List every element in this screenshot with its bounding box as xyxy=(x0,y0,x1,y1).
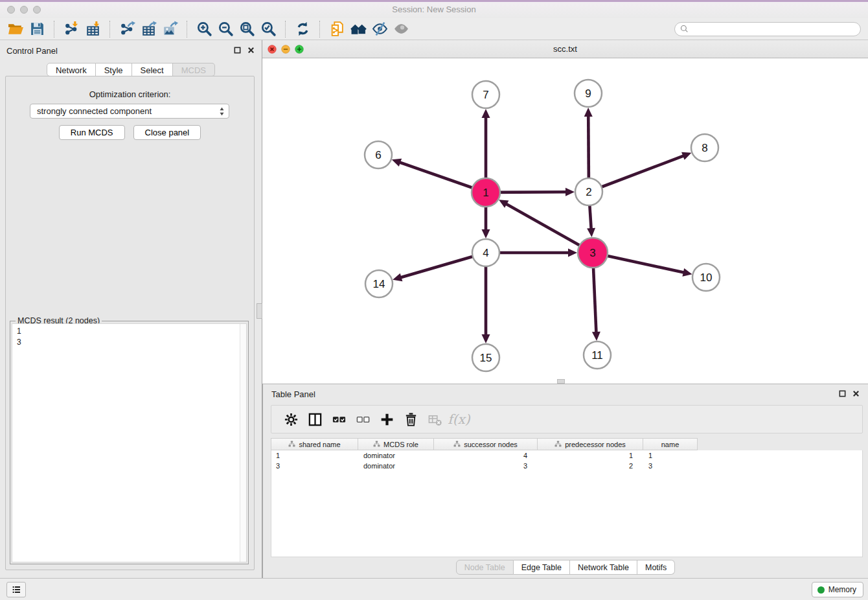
memory-status-icon xyxy=(817,586,825,594)
column-header-label: name xyxy=(661,441,680,448)
tab-edge-table[interactable]: Edge Table xyxy=(514,560,570,575)
run-mcds-button[interactable]: Run MCDS xyxy=(59,125,125,140)
network-canvas[interactable]: 7968124314101511 xyxy=(262,58,868,384)
tab-style[interactable]: Style xyxy=(96,63,132,76)
tab-select[interactable]: Select xyxy=(132,63,173,76)
delete-table-icon xyxy=(423,410,447,429)
table-toolbar: f(x) xyxy=(271,405,863,433)
close-panel-icon[interactable] xyxy=(247,46,255,54)
export-image-icon[interactable] xyxy=(159,19,181,39)
table-cell[interactable]: 3 xyxy=(644,461,698,471)
tab-mcds[interactable]: MCDS xyxy=(173,63,215,76)
function-builder-icon: f(x) xyxy=(447,410,471,429)
column-header-shared-name[interactable]: shared name xyxy=(271,438,358,450)
export-network-icon[interactable] xyxy=(117,19,138,39)
tab-network-table[interactable]: Network Table xyxy=(570,560,637,575)
zoom-selected-icon[interactable] xyxy=(258,19,279,39)
app-titlebar: Session: New Session xyxy=(0,0,868,19)
show-columns-icon[interactable] xyxy=(303,410,327,429)
table-row[interactable]: 1dominator411 xyxy=(271,450,862,461)
edge-arrow-2-9 xyxy=(584,108,593,117)
column-header-predecessor-nodes[interactable]: predecessor nodes xyxy=(538,438,643,450)
control-panel-title: Control Panel xyxy=(6,46,58,56)
table-settings-icon[interactable] xyxy=(279,410,303,429)
column-header-successor-nodes[interactable]: successor nodes xyxy=(434,438,538,450)
table-cell[interactable]: 2 xyxy=(538,461,644,471)
table-cell[interactable]: 1 xyxy=(644,450,698,461)
column-header-label: shared name xyxy=(299,441,340,448)
import-network-icon[interactable] xyxy=(61,19,82,39)
column-header-label: predecessor nodes xyxy=(565,441,626,448)
float-table-panel-icon[interactable] xyxy=(838,389,847,398)
app-title: Session: New Session xyxy=(0,5,868,14)
float-panel-icon[interactable] xyxy=(233,46,242,54)
search-input[interactable] xyxy=(689,23,860,36)
mcds-result-value: 1 xyxy=(17,326,246,337)
export-table-icon[interactable] xyxy=(138,19,159,39)
memory-button[interactable]: Memory xyxy=(812,582,863,597)
toolbar-separator xyxy=(285,21,286,38)
graph-node-label-10: 10 xyxy=(700,271,713,284)
result-scrollbar[interactable] xyxy=(240,324,246,562)
column-header-name[interactable]: name xyxy=(643,438,698,450)
graph-node-label-9: 9 xyxy=(585,87,591,100)
network-window-titlebar[interactable]: scc.txt xyxy=(262,40,868,58)
graphics-details-icon[interactable] xyxy=(369,19,391,39)
tab-network[interactable]: Network xyxy=(47,63,96,76)
titlebar-accent-strip xyxy=(0,0,868,2)
toolbar-separator xyxy=(109,21,111,38)
zoom-out-icon[interactable] xyxy=(215,19,236,39)
edge-arrow-1-2 xyxy=(565,188,575,196)
table-row[interactable]: 3dominator323 xyxy=(271,461,862,471)
tab-node-table[interactable]: Node Table xyxy=(456,560,514,575)
zoom-in-icon[interactable] xyxy=(194,19,215,39)
horizontal-splitter-handle[interactable] xyxy=(557,379,565,384)
edge-arrow-2-8 xyxy=(681,152,691,160)
add-column-icon[interactable] xyxy=(375,410,399,429)
optimization-criterion-label: Optimization criterion: xyxy=(6,89,254,99)
graph-node-label-1: 1 xyxy=(483,187,488,199)
import-table-icon[interactable] xyxy=(82,19,104,39)
apply-layout-icon[interactable] xyxy=(292,19,314,39)
task-history-button[interactable] xyxy=(6,582,26,597)
unselect-all-columns-icon[interactable] xyxy=(351,410,375,429)
table-cell[interactable]: dominator xyxy=(359,450,435,461)
network-title: scc.txt xyxy=(262,44,868,54)
search-icon xyxy=(680,24,689,34)
toolbar-separator xyxy=(54,21,55,38)
select-stepper-icon xyxy=(219,106,225,117)
table-cell[interactable]: 1 xyxy=(538,450,644,461)
column-header-MCDS-role[interactable]: MCDS role xyxy=(358,438,434,450)
tab-motifs[interactable]: Motifs xyxy=(637,560,675,575)
delete-column-icon[interactable] xyxy=(399,410,423,429)
edge-arrow-4-14 xyxy=(393,273,402,281)
table-body: 1dominator4113dominator323 xyxy=(271,450,863,557)
zoom-fit-icon[interactable] xyxy=(236,19,258,39)
close-panel-button[interactable]: Close panel xyxy=(133,125,201,140)
edge-arrow-1-7 xyxy=(482,109,490,118)
table-cell[interactable]: dominator xyxy=(359,461,435,471)
vertical-splitter-handle[interactable] xyxy=(257,303,262,319)
open-file-icon[interactable] xyxy=(5,19,27,39)
table-cell[interactable]: 1 xyxy=(271,450,359,461)
graph-node-label-4: 4 xyxy=(483,247,488,259)
show-all-networks-icon[interactable] xyxy=(348,19,369,39)
graph-node-label-7: 7 xyxy=(483,89,488,101)
select-all-columns-icon[interactable] xyxy=(327,410,351,429)
toolbar-separator xyxy=(319,21,321,38)
save-session-icon[interactable] xyxy=(27,19,48,39)
mcds-tab-content: Optimization criterion: strongly connect… xyxy=(5,76,255,570)
criterion-select[interactable]: strongly connected component xyxy=(30,104,229,119)
table-panel: Table Panel f(x) shared nameMCDS rolesuc… xyxy=(262,384,868,578)
mcds-result-text[interactable]: 13 xyxy=(12,323,247,562)
birdseye-view-icon xyxy=(391,19,412,39)
edge-arrow-4-3 xyxy=(568,249,577,257)
network-from-file-icon[interactable] xyxy=(326,19,348,39)
control-panel-tabs: NetworkStyleSelectMCDS xyxy=(0,63,262,76)
edge-arrow-1-6 xyxy=(392,159,402,167)
close-table-panel-icon[interactable] xyxy=(852,389,860,398)
edge-2-8[interactable] xyxy=(589,156,684,192)
table-cell[interactable]: 3 xyxy=(271,461,359,471)
table-cell[interactable]: 3 xyxy=(435,461,538,471)
table-cell[interactable]: 4 xyxy=(435,450,538,461)
